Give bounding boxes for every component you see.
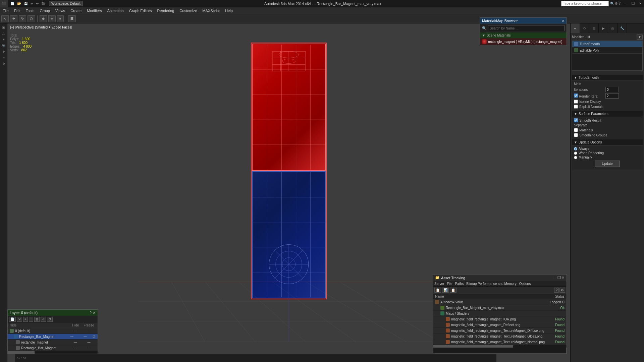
scale-btn[interactable]: ⬡ [28, 15, 35, 22]
restore-button[interactable]: ❐ [629, 0, 637, 7]
at-row-maps[interactable]: Maps / Shaders [433, 311, 567, 316]
lights-icon[interactable]: ☀ [1, 37, 6, 42]
menu-animation[interactable]: Animation [105, 8, 126, 13]
spacewarps-icon[interactable]: ≋ [1, 55, 6, 60]
open-btn[interactable]: 📂 [16, 1, 22, 6]
layer-btn[interactable]: ☰ [68, 15, 76, 22]
layer-merge-btn[interactable]: ⊕ [34, 317, 40, 322]
modify-tab[interactable]: ⟳ [580, 23, 589, 33]
menu-modifiers[interactable]: Modifiers [84, 8, 105, 13]
snap-btn[interactable]: ⊕ [40, 15, 47, 22]
magnet-3d-object[interactable] [252, 44, 326, 298]
create-geo-icon[interactable]: ▣ [1, 25, 6, 30]
at-row-tex2[interactable]: magnetic_field_rectangle_magnet_Reflect.… [433, 322, 567, 328]
minimize-button[interactable]: — [622, 0, 629, 7]
iterations-input[interactable] [605, 87, 619, 92]
align-btn[interactable]: ≡ [57, 15, 64, 22]
materials-checkbox[interactable] [574, 128, 578, 132]
layers-scrollbar[interactable] [8, 351, 98, 354]
when-rendering-radio[interactable]: When Rendering [574, 151, 641, 155]
at-row-maxfile[interactable]: Rectangle_Bar_Magnet_max_vray.max Ok [433, 305, 567, 311]
layer-select-btn[interactable]: ✓ [41, 317, 46, 322]
render-iters-checkbox[interactable] [574, 94, 578, 98]
menu-customize[interactable]: Customize [177, 8, 200, 13]
menu-file[interactable]: File [0, 8, 11, 13]
at-btn-1[interactable]: 📋 [434, 288, 441, 293]
always-radio-input[interactable] [574, 147, 577, 150]
at-btn-2[interactable]: 📊 [442, 288, 449, 293]
menu-views[interactable]: Views [53, 8, 68, 13]
layer-delete-btn[interactable]: ✕ [17, 317, 22, 322]
at-close-btn[interactable]: ✕ [561, 276, 565, 280]
update-button[interactable]: Update [595, 161, 620, 167]
manually-radio[interactable]: Manually [574, 156, 641, 159]
rotate-btn[interactable]: ↻ [19, 15, 26, 22]
layer-row-rectangle-magnet[interactable]: rectangle_magnet — — [8, 340, 98, 345]
utilities-tab[interactable]: 🔧 [618, 23, 627, 33]
layers-close-btn[interactable]: ✕ [93, 311, 96, 315]
layers-help-btn[interactable]: ? [90, 311, 92, 315]
search-box[interactable] [561, 1, 609, 6]
layer-row-rectangle-bar-magnet[interactable]: Rectangle_Bar_Magnet — — ☑ [8, 334, 98, 340]
menu-rendering[interactable]: Rendering [155, 8, 177, 13]
timeline[interactable]: 0 / 100 [15, 354, 496, 362]
settings-icon[interactable]: ⚙ [615, 2, 618, 5]
move-btn[interactable]: ✛ [10, 15, 17, 22]
mirror-btn[interactable]: ⇔ [48, 15, 56, 22]
material-item[interactable]: rectangle_magnet ( VRayMtl ) [rectangle_… [480, 38, 567, 45]
layer-row-rectangle-bar[interactable]: Rectangle_Bar_Magnet — — [8, 345, 98, 351]
menu-edit[interactable]: Edit [11, 8, 23, 13]
at-minimize-btn[interactable]: — [553, 276, 557, 280]
menu-help[interactable]: Help [222, 8, 235, 13]
hierarchy-tab[interactable]: ⊟ [589, 23, 599, 33]
surface-params-header[interactable]: ▼ Surface Parameters [572, 111, 643, 117]
menu-group[interactable]: Group [37, 8, 53, 13]
explicit-checkbox[interactable] [574, 105, 578, 109]
when-rendering-radio-input[interactable] [574, 152, 577, 155]
at-menu-options[interactable]: Options [519, 282, 531, 286]
layer-row-default[interactable]: 0 (default) — — [8, 328, 98, 334]
save-btn[interactable]: 💾 [23, 1, 29, 6]
at-row-tex3[interactable]: magnetic_field_rectangle_magnet_TextureM… [433, 328, 567, 334]
modifier-list-box[interactable]: TurboSmooth Editable Poly [572, 41, 643, 71]
modifier-dropdown-icon[interactable]: ▼ [637, 35, 643, 40]
menu-create[interactable]: Create [68, 8, 84, 13]
at-menu-bitmap[interactable]: Bitmap Performance and Memory [466, 282, 517, 286]
at-btn-3[interactable]: 📋 [450, 288, 457, 293]
select-btn[interactable]: ↖ [1, 15, 9, 22]
layer-add-btn[interactable]: 📄 [9, 317, 16, 322]
create-tab[interactable]: + [571, 23, 580, 33]
at-settings-btn[interactable]: ⚙ [559, 288, 565, 293]
mat-browser-close[interactable]: ✕ [562, 19, 565, 23]
menu-tools[interactable]: Tools [23, 8, 37, 13]
redo-btn[interactable]: ↪ [35, 1, 40, 6]
modifier-turbosmooth[interactable]: TurboSmooth [572, 41, 642, 47]
at-path-input[interactable] [433, 348, 567, 354]
layer-up-btn[interactable]: ↑ [29, 317, 33, 322]
systems-icon[interactable]: ⚙ [1, 61, 6, 66]
at-row-tex4[interactable]: magnetic_field_rectangle_magnet_TextureM… [433, 334, 567, 339]
menu-maxscript[interactable]: MAXScript [200, 8, 222, 13]
at-scrollbar[interactable] [433, 345, 567, 348]
at-row-tex1[interactable]: magnetic_field_rectangle_magnet_IOR.png … [433, 316, 567, 322]
menu-graph-editors[interactable]: Graph Editors [126, 8, 155, 13]
always-radio[interactable]: Always [574, 147, 641, 150]
layer-add-obj-btn[interactable]: + [23, 317, 28, 322]
motion-tab[interactable]: ▶ [599, 23, 608, 33]
layers-scrollbar-thumb[interactable] [8, 351, 35, 354]
at-help-btn[interactable]: ? [554, 288, 559, 293]
turbosmooth-header[interactable]: ▼ TurboSmooth [572, 75, 643, 81]
display-tab[interactable]: ◎ [608, 23, 618, 33]
at-menu-file[interactable]: File [447, 282, 452, 286]
new-btn[interactable]: 📄 [9, 1, 15, 6]
cameras-icon[interactable]: 📷 [1, 43, 6, 48]
update-options-header[interactable]: ▼ Update Options [572, 139, 643, 145]
manually-radio-input[interactable] [574, 156, 577, 159]
shapes-icon[interactable]: △ [1, 31, 6, 36]
at-row-vault[interactable]: Autodesk Vault Logged O [433, 299, 567, 305]
smooth-result-checkbox[interactable] [574, 118, 578, 122]
layer-tools-btn[interactable]: ⚙ [47, 317, 53, 322]
smoothing-groups-checkbox[interactable] [574, 133, 578, 137]
render-iters-input[interactable] [605, 93, 619, 99]
help-icon[interactable]: ? [619, 2, 621, 5]
